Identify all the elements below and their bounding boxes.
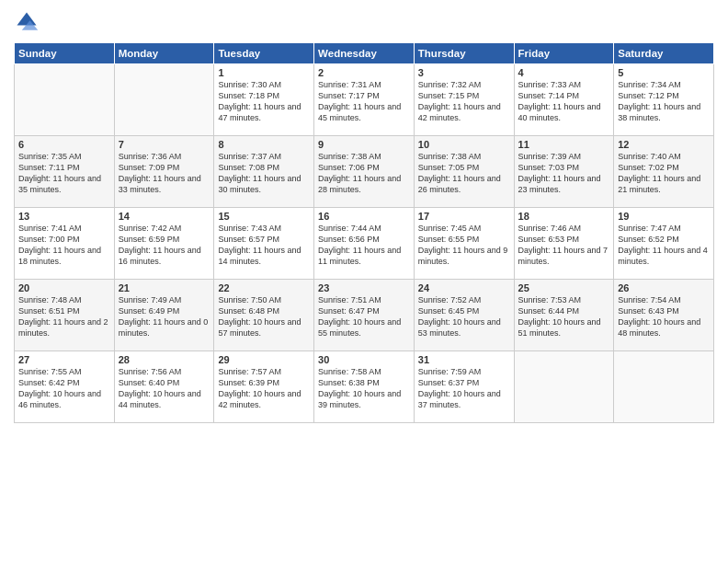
day-info: Sunrise: 7:30 AM Sunset: 7:18 PM Dayligh… bbox=[218, 79, 310, 124]
day-info: Sunrise: 7:45 AM Sunset: 6:55 PM Dayligh… bbox=[418, 223, 510, 268]
calendar-header: SundayMondayTuesdayWednesdayThursdayFrid… bbox=[15, 43, 714, 64]
day-cell: 15Sunrise: 7:43 AM Sunset: 6:57 PM Dayli… bbox=[214, 208, 314, 280]
day-cell: 18Sunrise: 7:46 AM Sunset: 6:53 PM Dayli… bbox=[514, 208, 614, 280]
day-cell: 11Sunrise: 7:39 AM Sunset: 7:03 PM Dayli… bbox=[514, 136, 614, 208]
day-cell: 30Sunrise: 7:58 AM Sunset: 6:38 PM Dayli… bbox=[314, 351, 415, 423]
day-cell: 5Sunrise: 7:34 AM Sunset: 7:12 PM Daylig… bbox=[614, 64, 714, 136]
day-number: 14 bbox=[119, 211, 210, 222]
day-number: 21 bbox=[119, 282, 210, 293]
day-info: Sunrise: 7:52 AM Sunset: 6:45 PM Dayligh… bbox=[418, 294, 510, 339]
day-info: Sunrise: 7:42 AM Sunset: 6:59 PM Dayligh… bbox=[119, 223, 210, 268]
day-number: 20 bbox=[18, 282, 110, 293]
day-info: Sunrise: 7:51 AM Sunset: 6:47 PM Dayligh… bbox=[318, 294, 410, 339]
day-info: Sunrise: 7:46 AM Sunset: 6:53 PM Dayligh… bbox=[518, 223, 610, 268]
day-number: 27 bbox=[18, 354, 110, 365]
day-cell: 19Sunrise: 7:47 AM Sunset: 6:52 PM Dayli… bbox=[614, 208, 714, 280]
day-cell: 1Sunrise: 7:30 AM Sunset: 7:18 PM Daylig… bbox=[214, 64, 314, 136]
day-cell: 2Sunrise: 7:31 AM Sunset: 7:17 PM Daylig… bbox=[314, 64, 415, 136]
day-info: Sunrise: 7:43 AM Sunset: 6:57 PM Dayligh… bbox=[218, 223, 310, 268]
day-number: 11 bbox=[518, 139, 610, 150]
day-info: Sunrise: 7:31 AM Sunset: 7:17 PM Dayligh… bbox=[318, 79, 410, 124]
day-cell: 10Sunrise: 7:38 AM Sunset: 7:05 PM Dayli… bbox=[414, 136, 514, 208]
svg-marker-0 bbox=[17, 13, 37, 26]
day-info: Sunrise: 7:57 AM Sunset: 6:39 PM Dayligh… bbox=[218, 366, 310, 411]
day-number: 16 bbox=[318, 211, 410, 222]
day-number: 2 bbox=[318, 67, 410, 78]
day-number: 15 bbox=[218, 211, 310, 222]
week-row-3: 13Sunrise: 7:41 AM Sunset: 7:00 PM Dayli… bbox=[15, 208, 714, 280]
header-cell-saturday: Saturday bbox=[614, 43, 714, 64]
day-number: 17 bbox=[418, 211, 510, 222]
week-row-1: 1Sunrise: 7:30 AM Sunset: 7:18 PM Daylig… bbox=[15, 64, 714, 136]
day-cell: 8Sunrise: 7:37 AM Sunset: 7:08 PM Daylig… bbox=[214, 136, 314, 208]
day-info: Sunrise: 7:35 AM Sunset: 7:11 PM Dayligh… bbox=[18, 151, 110, 196]
day-cell bbox=[15, 64, 115, 136]
day-cell: 27Sunrise: 7:55 AM Sunset: 6:42 PM Dayli… bbox=[15, 351, 115, 423]
day-info: Sunrise: 7:40 AM Sunset: 7:02 PM Dayligh… bbox=[618, 151, 710, 196]
day-info: Sunrise: 7:41 AM Sunset: 7:00 PM Dayligh… bbox=[18, 223, 110, 268]
day-number: 25 bbox=[518, 282, 610, 293]
day-info: Sunrise: 7:39 AM Sunset: 7:03 PM Dayligh… bbox=[518, 151, 610, 196]
day-cell: 7Sunrise: 7:36 AM Sunset: 7:09 PM Daylig… bbox=[114, 136, 214, 208]
day-cell: 3Sunrise: 7:32 AM Sunset: 7:15 PM Daylig… bbox=[414, 64, 514, 136]
day-cell: 21Sunrise: 7:49 AM Sunset: 6:49 PM Dayli… bbox=[114, 280, 214, 351]
day-number: 10 bbox=[418, 139, 510, 150]
day-cell: 4Sunrise: 7:33 AM Sunset: 7:14 PM Daylig… bbox=[514, 64, 614, 136]
day-info: Sunrise: 7:32 AM Sunset: 7:15 PM Dayligh… bbox=[418, 79, 510, 124]
week-row-2: 6Sunrise: 7:35 AM Sunset: 7:11 PM Daylig… bbox=[15, 136, 714, 208]
day-info: Sunrise: 7:53 AM Sunset: 6:44 PM Dayligh… bbox=[518, 294, 610, 339]
day-cell: 26Sunrise: 7:54 AM Sunset: 6:43 PM Dayli… bbox=[614, 280, 714, 351]
day-info: Sunrise: 7:37 AM Sunset: 7:08 PM Dayligh… bbox=[218, 151, 310, 196]
day-number: 26 bbox=[618, 282, 710, 293]
day-cell: 17Sunrise: 7:45 AM Sunset: 6:55 PM Dayli… bbox=[414, 208, 514, 280]
day-number: 5 bbox=[618, 67, 710, 78]
day-number: 31 bbox=[418, 354, 510, 365]
day-cell: 29Sunrise: 7:57 AM Sunset: 6:39 PM Dayli… bbox=[214, 351, 314, 423]
day-number: 23 bbox=[318, 282, 410, 293]
day-number: 19 bbox=[618, 211, 710, 222]
header bbox=[14, 9, 714, 35]
day-cell bbox=[514, 351, 614, 423]
day-cell: 6Sunrise: 7:35 AM Sunset: 7:11 PM Daylig… bbox=[15, 136, 115, 208]
day-info: Sunrise: 7:59 AM Sunset: 6:37 PM Dayligh… bbox=[418, 366, 510, 411]
day-number: 18 bbox=[518, 211, 610, 222]
header-row: SundayMondayTuesdayWednesdayThursdayFrid… bbox=[15, 43, 714, 64]
day-number: 6 bbox=[18, 139, 110, 150]
day-info: Sunrise: 7:44 AM Sunset: 6:56 PM Dayligh… bbox=[318, 223, 410, 268]
day-number: 24 bbox=[418, 282, 510, 293]
header-cell-friday: Friday bbox=[514, 43, 614, 64]
header-cell-monday: Monday bbox=[114, 43, 214, 64]
header-cell-tuesday: Tuesday bbox=[214, 43, 314, 64]
day-cell: 24Sunrise: 7:52 AM Sunset: 6:45 PM Dayli… bbox=[414, 280, 514, 351]
day-info: Sunrise: 7:55 AM Sunset: 6:42 PM Dayligh… bbox=[18, 366, 110, 411]
day-info: Sunrise: 7:38 AM Sunset: 7:05 PM Dayligh… bbox=[418, 151, 510, 196]
day-cell: 14Sunrise: 7:42 AM Sunset: 6:59 PM Dayli… bbox=[114, 208, 214, 280]
day-number: 1 bbox=[218, 67, 310, 78]
day-info: Sunrise: 7:50 AM Sunset: 6:48 PM Dayligh… bbox=[218, 294, 310, 339]
day-number: 12 bbox=[618, 139, 710, 150]
day-info: Sunrise: 7:33 AM Sunset: 7:14 PM Dayligh… bbox=[518, 79, 610, 124]
day-info: Sunrise: 7:49 AM Sunset: 6:49 PM Dayligh… bbox=[119, 294, 210, 339]
day-cell: 9Sunrise: 7:38 AM Sunset: 7:06 PM Daylig… bbox=[314, 136, 415, 208]
day-cell: 23Sunrise: 7:51 AM Sunset: 6:47 PM Dayli… bbox=[314, 280, 415, 351]
day-info: Sunrise: 7:54 AM Sunset: 6:43 PM Dayligh… bbox=[618, 294, 710, 339]
day-info: Sunrise: 7:58 AM Sunset: 6:38 PM Dayligh… bbox=[318, 366, 410, 411]
day-number: 3 bbox=[418, 67, 510, 78]
header-cell-wednesday: Wednesday bbox=[314, 43, 415, 64]
day-cell bbox=[614, 351, 714, 423]
day-number: 29 bbox=[218, 354, 310, 365]
page: SundayMondayTuesdayWednesdayThursdayFrid… bbox=[0, 0, 728, 563]
logo-icon bbox=[14, 9, 40, 35]
day-number: 22 bbox=[218, 282, 310, 293]
day-cell: 13Sunrise: 7:41 AM Sunset: 7:00 PM Dayli… bbox=[15, 208, 115, 280]
day-cell bbox=[114, 64, 214, 136]
day-info: Sunrise: 7:38 AM Sunset: 7:06 PM Dayligh… bbox=[318, 151, 410, 196]
day-cell: 31Sunrise: 7:59 AM Sunset: 6:37 PM Dayli… bbox=[414, 351, 514, 423]
day-info: Sunrise: 7:47 AM Sunset: 6:52 PM Dayligh… bbox=[618, 223, 710, 268]
day-number: 28 bbox=[119, 354, 210, 365]
day-info: Sunrise: 7:56 AM Sunset: 6:40 PM Dayligh… bbox=[119, 366, 210, 411]
header-cell-sunday: Sunday bbox=[15, 43, 115, 64]
day-cell: 12Sunrise: 7:40 AM Sunset: 7:02 PM Dayli… bbox=[614, 136, 714, 208]
day-number: 13 bbox=[18, 211, 110, 222]
day-cell: 28Sunrise: 7:56 AM Sunset: 6:40 PM Dayli… bbox=[114, 351, 214, 423]
